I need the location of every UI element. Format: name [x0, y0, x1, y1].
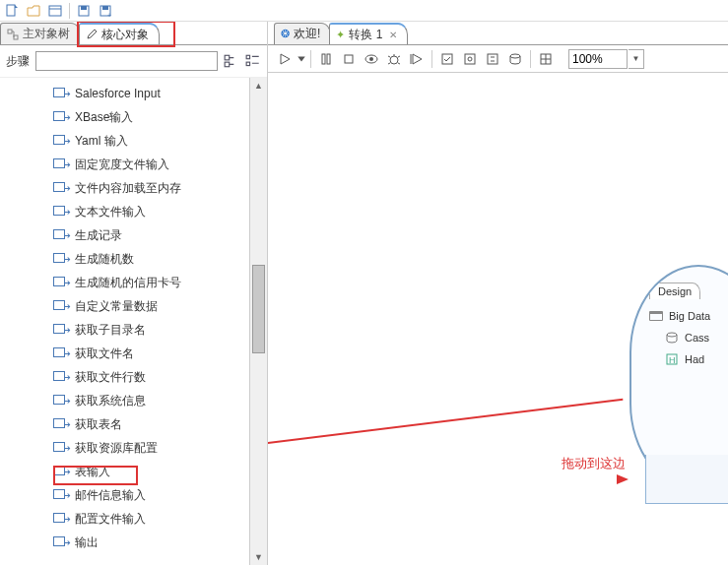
palette-item-label: Cass: [685, 332, 709, 344]
palette-item-label: Had: [685, 353, 704, 365]
svg-point-28: [667, 333, 677, 337]
list-view-icon[interactable]: [245, 53, 261, 69]
tree-item-label: 获取文件行数: [75, 369, 146, 386]
tree-item[interactable]: ➔生成随机数: [53, 247, 265, 271]
toolbar-separator: [310, 50, 311, 68]
tree-item[interactable]: ➔Yaml 输入: [53, 129, 265, 153]
step-icon: ➔: [53, 204, 69, 220]
tree-item[interactable]: ➔配置文件输入: [53, 507, 265, 531]
tree-item-label: 生成随机的信用卡号: [75, 275, 181, 291]
editor-tabs: ❂ 欢迎! ✦ 转换 1 ✕: [268, 22, 728, 45]
scroll-up-icon[interactable]: ▲: [250, 78, 267, 94]
tree-item[interactable]: ➔获取子目录名: [53, 318, 265, 342]
tab-welcome[interactable]: ❂ 欢迎!: [274, 23, 331, 44]
tree-item[interactable]: ➔获取文件名: [53, 342, 265, 365]
svg-rect-10: [225, 55, 230, 60]
zoom-input[interactable]: [568, 49, 628, 69]
step-icon: ➔: [53, 133, 69, 149]
tab-label: 转换 1: [349, 27, 382, 43]
tree-item[interactable]: ➔表输入: [53, 460, 265, 483]
db-icon: [665, 331, 679, 345]
svg-rect-23: [488, 54, 497, 64]
tab-main-object-tree[interactable]: 主对象树: [0, 23, 81, 44]
app-toolbar: +: [0, 0, 728, 22]
pause-button[interactable]: [315, 48, 337, 70]
tree-view-icon[interactable]: [224, 53, 239, 69]
zoom-dropdown-icon[interactable]: ▼: [629, 49, 644, 69]
tab-transformation-1[interactable]: ✦ 转换 1 ✕: [329, 23, 408, 44]
steps-row: 步骤: [0, 45, 267, 78]
new-file-icon[interactable]: [4, 3, 20, 19]
tab-core-object[interactable]: 核心对象: [79, 23, 160, 44]
svg-text:+: +: [107, 12, 111, 19]
open-file-icon[interactable]: [26, 3, 41, 19]
debug-button[interactable]: [383, 48, 405, 70]
svg-rect-21: [465, 54, 475, 64]
step-icon: ➔: [53, 109, 69, 125]
impact-button[interactable]: [459, 48, 481, 70]
tree-item[interactable]: ➔文件内容加载至内存: [53, 176, 265, 200]
preview-button[interactable]: [361, 48, 382, 70]
run-button[interactable]: [274, 48, 296, 70]
tree-item[interactable]: ➔获取资源库配置: [53, 436, 265, 460]
step-icon: ➔: [53, 86, 69, 101]
replay-button[interactable]: [406, 48, 428, 70]
tree-item[interactable]: ➔文本文件输入: [53, 200, 265, 223]
svg-point-24: [510, 54, 520, 58]
explore-icon[interactable]: [47, 3, 63, 19]
svg-rect-16: [345, 55, 353, 63]
svg-rect-15: [327, 54, 330, 64]
tree-item[interactable]: ➔获取表名: [53, 412, 265, 436]
tree-item-label: 获取表名: [75, 416, 122, 433]
tree-item[interactable]: ➔生成记录: [53, 223, 265, 247]
step-icon: ➔: [53, 487, 69, 503]
tree-item-label: Yaml 输入: [75, 133, 128, 150]
palette-tab-design[interactable]: Design: [649, 282, 700, 299]
tree-item-label: 固定宽度文件输入: [75, 157, 169, 173]
scroll-down-icon[interactable]: ▼: [250, 549, 267, 565]
svg-rect-13: [246, 62, 249, 65]
show-results-button[interactable]: [535, 48, 557, 70]
left-tabs: 主对象树 核心对象: [0, 22, 267, 45]
svg-rect-1: [49, 6, 61, 16]
palette-item-hadoop[interactable]: H Had: [649, 348, 728, 370]
tree-item-label: 获取子目录名: [75, 322, 146, 339]
stop-button[interactable]: [338, 48, 360, 70]
palette-clip-bottom: [645, 455, 728, 504]
tree-item[interactable]: ➔输出: [53, 531, 265, 554]
tree-item[interactable]: ➔自定义常量数据: [53, 294, 265, 318]
step-icon: ➔: [53, 345, 69, 361]
canvas[interactable]: Design Big Data Cass H Had: [268, 73, 728, 565]
annotation-text: 拖动到这边: [562, 455, 626, 472]
palette-item-cassandra[interactable]: Cass: [649, 327, 728, 348]
canvas-toolbar: ▼: [268, 45, 728, 73]
save-as-icon[interactable]: +: [98, 3, 113, 19]
tree-item[interactable]: ➔固定宽度文件输入: [53, 153, 265, 176]
annotation-arrow-head: [617, 474, 629, 484]
pencil-icon: [86, 29, 98, 40]
step-icon: ➔: [53, 251, 69, 267]
tree-item[interactable]: ➔XBase输入: [53, 105, 265, 129]
database-explorer-button[interactable]: [504, 48, 526, 70]
scroll-thumb[interactable]: [252, 265, 265, 353]
tree-item[interactable]: ➔获取系统信息: [53, 389, 265, 412]
tree-item[interactable]: ➔邮件信息输入: [53, 483, 265, 507]
scrollbar-vertical[interactable]: ▲ ▼: [249, 78, 267, 565]
save-icon[interactable]: [76, 3, 92, 19]
step-icon: ➔: [53, 157, 69, 172]
tree-item[interactable]: ➔获取文件行数: [53, 365, 265, 389]
sql-button[interactable]: [482, 48, 503, 70]
toolbar-separator: [69, 3, 70, 19]
step-icon: ➔: [53, 298, 69, 314]
tree-item[interactable]: ➔生成随机的信用卡号: [53, 271, 265, 294]
right-panel: ❂ 欢迎! ✦ 转换 1 ✕: [268, 22, 728, 565]
step-icon: ➔: [53, 180, 69, 196]
svg-point-22: [468, 57, 472, 61]
tree-item[interactable]: ➔Salesforce Input: [53, 82, 265, 105]
svg-rect-0: [7, 5, 15, 16]
palette-item-bigdata[interactable]: Big Data: [649, 305, 728, 327]
search-input[interactable]: [35, 51, 218, 71]
run-dropdown-icon[interactable]: [297, 48, 306, 70]
close-icon[interactable]: ✕: [389, 30, 397, 40]
verify-button[interactable]: [436, 48, 458, 70]
